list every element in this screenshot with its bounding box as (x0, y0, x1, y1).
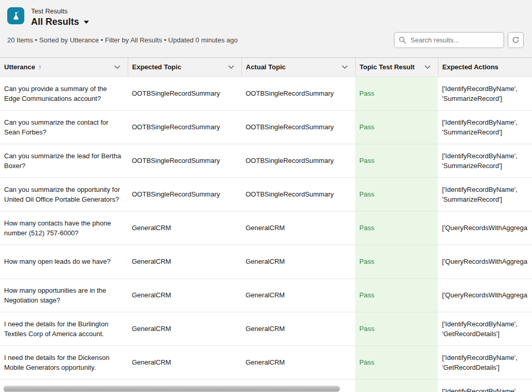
table-row[interactable]: How many opportunities are in the Negoti… (0, 278, 532, 312)
sort-ascending-icon: ↑ (38, 63, 42, 71)
utterance-cell: How many open leads do we have? (0, 245, 128, 278)
column-label: Expected Topic (132, 63, 181, 71)
refresh-icon (512, 36, 520, 44)
chevron-down-icon[interactable] (114, 65, 124, 69)
chevron-down-icon[interactable] (228, 65, 237, 69)
column-header-actual-topic[interactable]: Actual Topic (241, 58, 355, 77)
column-label: Expected Actions (443, 63, 499, 71)
column-header-utterance[interactable]: Utterance ↑ (0, 58, 128, 77)
expected-actions-cell: ['IdentifyRecordByName', 'SummarizeRecor… (438, 177, 532, 211)
utterance-cell: Can you summarize the contact for Sean F… (0, 110, 128, 144)
actual-topic-cell: OOTBSingleRecordSummary (241, 110, 355, 144)
table-row[interactable]: Can you summarize the lead for Bertha Bo… (0, 144, 532, 177)
expected-actions-cell: ['QueryRecordsWithAggrega (438, 211, 532, 245)
actual-topic-cell: GeneralCRM (241, 312, 355, 345)
expected-topic-cell: GeneralCRM (128, 345, 241, 379)
topic-test-result-cell: Pass (355, 77, 438, 110)
expected-topic-cell: OOTBSingleRecordSummary (128, 144, 241, 177)
expected-actions-cell: ['QueryRecordsWithAggrega (438, 278, 532, 312)
actual-topic-cell: GeneralCRM (241, 211, 355, 245)
search-box (394, 32, 504, 48)
expected-topic-cell: GeneralCRM (128, 278, 241, 312)
column-header-expected-actions[interactable]: Expected Actions (438, 58, 532, 77)
toolbar-right (394, 32, 524, 48)
expected-actions-cell: ['IdentifyRecordByName', 'SummarizeRecor… (438, 144, 532, 177)
toolbar: 20 Items • Sorted by Utterance • Filter … (7, 32, 524, 48)
topic-test-result-cell: Pass (355, 177, 438, 211)
list-meta: 20 Items • Sorted by Utterance • Filter … (7, 36, 238, 44)
utterance-cell: How many contacts have the phone number … (0, 211, 128, 245)
table-row[interactable]: Can you provide a summary of the Edge Co… (0, 77, 532, 110)
topic-test-result-cell: Pass (355, 144, 438, 177)
horizontal-scrollbar-thumb[interactable] (3, 385, 340, 392)
entity-label: Test Results (31, 7, 89, 16)
topic-test-result-cell: Pass (355, 211, 438, 245)
topic-test-result-cell: Pass (355, 245, 438, 278)
expected-topic-cell: GeneralCRM (128, 245, 241, 278)
table-row[interactable]: Can you summarize the contact for Sean F… (0, 110, 532, 144)
refresh-button[interactable] (508, 32, 524, 48)
column-header-expected-topic[interactable]: Expected Topic (128, 58, 241, 77)
table-row[interactable]: How many open leads do we have? GeneralC… (0, 245, 532, 278)
title-row: Test Results All Results (7, 7, 524, 27)
table-row[interactable]: Can you summarize the opportunity for Un… (0, 177, 532, 211)
table-row[interactable]: How many contacts have the phone number … (0, 211, 532, 245)
table-row[interactable]: I need the details for the Dickenson Mob… (0, 345, 532, 379)
utterance-cell: I need the details for the Burlington Te… (0, 312, 128, 345)
chevron-down-icon[interactable] (424, 65, 434, 69)
utterance-cell: Can you summarize the lead for Bertha Bo… (0, 144, 128, 177)
expected-topic-cell: OOTBSingleRecordSummary (128, 110, 241, 144)
page-header: Test Results All Results 20 Items • Sort… (0, 0, 532, 58)
titles: Test Results All Results (31, 7, 89, 27)
expected-actions-cell: ['IdentifyRecordByName', 'SummarizeRecor… (438, 77, 532, 110)
search-input[interactable] (394, 32, 504, 48)
actual-topic-cell: GeneralCRM (241, 278, 355, 312)
column-label: Topic Test Result (360, 63, 415, 71)
column-header-topic-test-result[interactable]: Topic Test Result (355, 58, 438, 77)
expected-actions-cell: ['QueryRecordsWithAggrega (438, 245, 532, 278)
topic-test-result-cell (355, 379, 438, 392)
expected-actions-cell: ['IdentifyRecordByName', 'GetRecordDetai… (438, 345, 532, 379)
expected-topic-cell: OOTBSingleRecordSummary (128, 77, 241, 110)
expected-topic-cell: GeneralCRM (128, 312, 241, 345)
column-label: Utterance (4, 63, 35, 71)
utterance-cell: How many opportunities are in the Negoti… (0, 278, 128, 312)
column-label: Actual Topic (246, 63, 286, 71)
actual-topic-cell: OOTBSingleRecordSummary (241, 177, 355, 211)
results-tbody: Can you provide a summary of the Edge Co… (0, 77, 532, 392)
topic-test-result-cell: Pass (355, 278, 438, 312)
results-table: Utterance ↑ Expected Topic (0, 58, 532, 392)
actual-topic-cell: OOTBSingleRecordSummary (241, 77, 355, 110)
table-row[interactable]: I need the details for the Burlington Te… (0, 312, 532, 345)
list-view-selector[interactable]: All Results (31, 16, 89, 27)
view-name: All Results (31, 16, 79, 27)
actual-topic-cell: GeneralCRM (241, 345, 355, 379)
topic-test-result-cell: Pass (355, 110, 438, 144)
utterance-cell: I need the details for the Dickenson Mob… (0, 345, 128, 379)
chevron-down-icon[interactable] (342, 65, 351, 69)
expected-actions-cell: ['IdentifyRecordByName', 'SummarizeRecor… (438, 110, 532, 144)
topic-test-result-cell: Pass (355, 312, 438, 345)
expected-topic-cell: GeneralCRM (128, 211, 241, 245)
table-header-row: Utterance ↑ Expected Topic (0, 58, 532, 77)
utterance-cell: Can you summarize the opportunity for Un… (0, 177, 128, 211)
actual-topic-cell: GeneralCRM (241, 245, 355, 278)
flask-icon (7, 7, 24, 24)
chevron-down-icon (84, 21, 89, 24)
topic-test-result-cell: Pass (355, 345, 438, 379)
expected-topic-cell: OOTBSingleRecordSummary (128, 177, 241, 211)
actual-topic-cell: OOTBSingleRecordSummary (241, 144, 355, 177)
expected-actions-cell: ['IdentifyRecordByName' (438, 379, 532, 392)
utterance-cell: Can you provide a summary of the Edge Co… (0, 77, 128, 110)
expected-actions-cell: ['IdentifyRecordByName', 'GetRecordDetai… (438, 312, 532, 345)
